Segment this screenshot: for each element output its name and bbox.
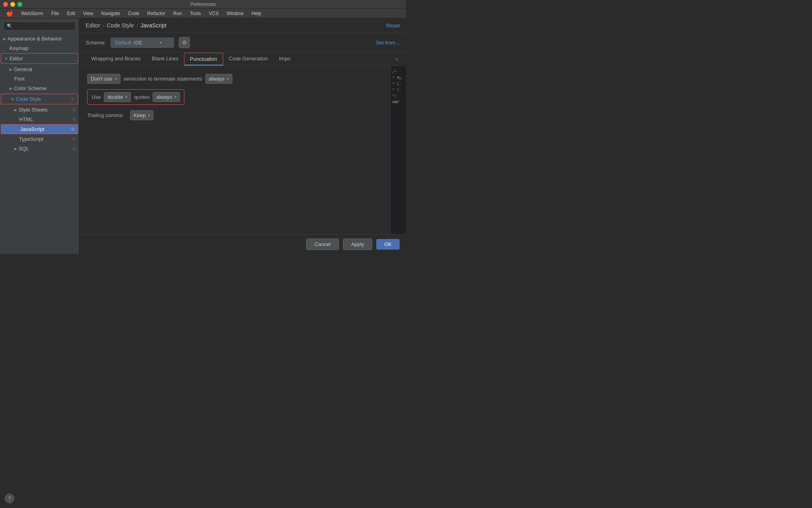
menu-run[interactable]: Run — [170, 10, 185, 17]
code-preview: /* * Mu * C- * C- */ var — [390, 66, 406, 234]
breadcrumb-sep-1: › — [103, 22, 105, 29]
quotes-dropdown2[interactable]: always ▾ — [153, 92, 180, 102]
sidebar-item-sql[interactable]: SQL ⧉ — [0, 144, 79, 154]
menu-edit[interactable]: Edit — [64, 10, 79, 17]
tab-punctuation[interactable]: Punctuation — [184, 53, 223, 65]
sidebar-item-html[interactable]: HTML ⧉ — [0, 115, 79, 124]
dropdown-arrow-icon: ▾ — [160, 40, 162, 45]
semicolon-row: Don't use ▾ semicolon to terminate state… — [87, 74, 382, 84]
sidebar-item-label: Color Scheme — [14, 85, 46, 91]
maximize-button[interactable] — [17, 2, 22, 7]
quotes-dropdown2-value: always — [156, 94, 172, 100]
sidebar-item-label: Font — [14, 76, 25, 82]
tab-blank-lines[interactable]: Blank Lines — [146, 52, 184, 65]
apple-menu[interactable]: 🍎 — [3, 10, 16, 17]
tab-imports[interactable]: Impo — [274, 52, 296, 65]
sidebar-item-editor[interactable]: Editor — [1, 53, 78, 64]
titlebar: Preferences — [0, 0, 406, 9]
semicolon-dropdown1-value: Don't use — [91, 76, 113, 82]
menu-webstorm[interactable]: WebStorm — [18, 10, 46, 17]
menu-file[interactable]: File — [48, 10, 62, 17]
menu-refactor[interactable]: Refactor — [144, 10, 168, 17]
scheme-dropdown[interactable]: Default IDE ▾ — [111, 38, 174, 48]
menu-window[interactable]: Window — [223, 10, 247, 17]
sidebar-item-label: HTML — [19, 116, 33, 122]
sidebar-item-typescript[interactable]: TypeScript ⧉ — [0, 135, 79, 144]
sidebar-item-style-sheets[interactable]: Style Sheets ⧉ — [0, 105, 79, 115]
tabs-overflow-icon[interactable]: ≡ — [393, 53, 400, 65]
sidebar-item-color-scheme[interactable]: Color Scheme — [0, 83, 79, 93]
dropdown-arrow-icon: ▾ — [125, 95, 127, 99]
copy-icon: ⧉ — [71, 96, 75, 102]
collapse-icon — [4, 57, 8, 61]
menubar: 🍎 WebStorm File Edit View Navigate Code … — [0, 9, 406, 18]
tabs-bar: Wrapping and Braces Blank Lines Punctuat… — [79, 52, 406, 66]
menu-vcs[interactable]: VCS — [206, 10, 222, 17]
tab-code-generation[interactable]: Code Generation — [223, 52, 274, 65]
set-from-button[interactable]: Set from... — [376, 40, 400, 46]
copy-icon: ⧉ — [73, 107, 76, 112]
reset-button[interactable]: Reset — [386, 23, 400, 29]
sidebar-item-label: JavaScript — [20, 126, 44, 132]
sidebar-item-font[interactable]: Font — [0, 74, 79, 83]
sidebar-item-code-style[interactable]: Code Style ⧉ — [1, 94, 78, 104]
code-line-3: * C- — [392, 81, 404, 87]
sidebar-item-javascript[interactable]: JavaScript ⧉ — [1, 124, 78, 134]
code-line-1: /* — [392, 69, 404, 75]
ok-button[interactable]: OK — [376, 239, 400, 250]
sidebar-item-label: General — [14, 66, 32, 72]
search-box[interactable]: 🔍 — [3, 21, 76, 31]
sidebar-item-label: Code Style — [16, 96, 41, 102]
sidebar-item-label: TypeScript — [19, 136, 43, 142]
menu-help[interactable]: Help — [248, 10, 264, 17]
window-title: Preferences — [190, 2, 216, 7]
trailing-comma-label: Trailing comma: — [87, 112, 127, 118]
gear-button[interactable]: ⚙ — [179, 37, 190, 48]
menu-view[interactable]: View — [80, 10, 97, 17]
main-content: 🔍 Appearance & Behavior Keymap Editor Ge… — [0, 18, 406, 254]
gear-icon: ⚙ — [182, 39, 187, 46]
copy-icon: ⧉ — [71, 127, 75, 132]
trailing-comma-dropdown[interactable]: Keep ▾ — [130, 110, 153, 120]
quotes-row-container: Use double ▾ quotes always ▾ — [87, 89, 382, 105]
semicolon-dropdown2[interactable]: always ▾ — [205, 74, 233, 84]
minimize-button[interactable] — [10, 2, 15, 7]
sidebar-item-appearance-behavior[interactable]: Appearance & Behavior — [0, 34, 79, 44]
search-icon: 🔍 — [7, 23, 12, 29]
menu-navigate[interactable]: Navigate — [98, 10, 123, 17]
quotes-dropdown1[interactable]: double ▾ — [104, 92, 131, 102]
scheme-row: Scheme: Default IDE ▾ ⚙ Set from... — [79, 33, 406, 52]
sidebar-item-label: Editor — [10, 56, 23, 62]
apply-button[interactable]: Apply — [343, 239, 373, 250]
copy-icon: ⧉ — [73, 117, 76, 122]
right-panel: Editor › Code Style › JavaScript Reset S… — [79, 18, 406, 254]
cancel-button[interactable]: Cancel — [306, 239, 339, 250]
collapse-icon — [10, 87, 12, 90]
window-controls[interactable] — [3, 2, 22, 7]
sidebar: 🔍 Appearance & Behavior Keymap Editor Ge… — [0, 18, 79, 254]
sidebar-item-label: Keymap — [10, 45, 29, 51]
bottom-bar: Cancel Apply OK — [79, 234, 406, 254]
panel-content: Don't use ▾ semicolon to terminate state… — [79, 66, 406, 234]
sidebar-item-label: Appearance & Behavior — [8, 36, 62, 42]
menu-code[interactable]: Code — [125, 10, 143, 17]
code-line-4: * C- — [392, 87, 404, 93]
dropdown-arrow-icon: ▾ — [174, 95, 176, 99]
quotes-label: quotes — [134, 94, 149, 100]
sidebar-item-general[interactable]: General — [0, 64, 79, 74]
semicolon-dropdown1[interactable]: Don't use ▾ — [87, 74, 121, 84]
close-button[interactable] — [3, 2, 8, 7]
collapse-icon — [14, 147, 17, 151]
sidebar-item-keymap[interactable]: Keymap — [0, 44, 79, 53]
scheme-ide-text: IDE — [134, 40, 143, 46]
code-line-5: */ — [392, 93, 404, 99]
tab-wrapping[interactable]: Wrapping and Braces — [86, 52, 146, 65]
dropdown-arrow-icon: ▾ — [115, 77, 117, 81]
trailing-comma-row: Trailing comma: Keep ▾ — [87, 110, 382, 120]
collapse-icon — [11, 97, 14, 101]
dropdown-arrow-icon: ▾ — [148, 113, 150, 117]
menu-tools[interactable]: Tools — [187, 10, 204, 17]
code-line-2: * Mu — [392, 75, 404, 81]
dropdown-arrow-icon: ▾ — [227, 77, 229, 81]
settings-area: Don't use ▾ semicolon to terminate state… — [79, 66, 390, 234]
